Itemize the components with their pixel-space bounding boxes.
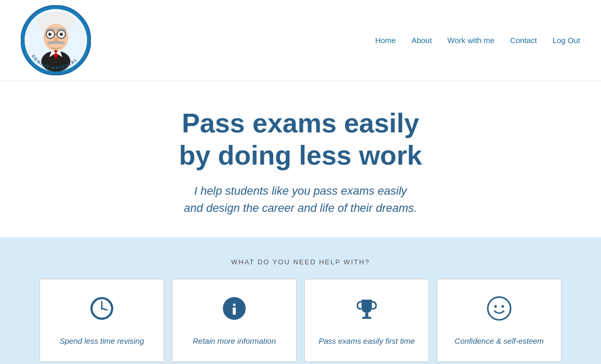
svg-point-13 <box>60 33 63 36</box>
svg-rect-28 <box>233 307 236 315</box>
info-icon <box>221 295 247 327</box>
card-spend-less[interactable]: Spend less time revising <box>39 279 164 362</box>
card-pass-exams[interactable]: Pass exams easily first time <box>304 279 429 362</box>
cards-section: WHAT DO YOU NEED HELP WITH? Spend less t… <box>0 237 601 364</box>
cards-grid: Spend less time revising Retain more inf… <box>15 279 586 362</box>
svg-rect-29 <box>365 313 368 317</box>
nav-about[interactable]: About <box>411 36 432 45</box>
hero-headline-line2: by doing less work <box>179 140 422 170</box>
smile-icon <box>486 295 512 327</box>
svg-point-27 <box>233 303 236 306</box>
nav-home[interactable]: Home <box>375 36 396 45</box>
svg-point-32 <box>495 305 497 307</box>
trophy-icon <box>354 295 380 327</box>
svg-point-25 <box>101 307 103 309</box>
svg-point-5 <box>64 16 74 31</box>
nav-logout[interactable]: Log Out <box>553 36 580 45</box>
hero-headline-line1: Pass exams easily <box>182 108 419 138</box>
card-retain-info[interactable]: Retain more information <box>172 279 297 362</box>
clock-icon <box>89 295 115 327</box>
logo[interactable]: GENIUS MATERIAL <box>21 5 91 75</box>
svg-rect-30 <box>362 317 371 319</box>
svg-point-12 <box>48 33 51 36</box>
svg-point-33 <box>502 305 504 307</box>
card-confidence-label: Confidence & self-esteem <box>455 336 544 345</box>
header: GENIUS MATERIAL Home About Work with me … <box>0 0 601 81</box>
main-nav: Home About Work with me Contact Log Out <box>375 36 580 45</box>
svg-point-4 <box>37 16 48 31</box>
card-confidence[interactable]: Confidence & self-esteem <box>437 279 562 362</box>
card-pass-exams-label: Pass exams easily first time <box>318 336 415 345</box>
nav-work-with-me[interactable]: Work with me <box>447 36 495 45</box>
cards-subtitle: WHAT DO YOU NEED HELP WITH? <box>10 258 591 266</box>
svg-point-31 <box>488 297 511 320</box>
nav-contact[interactable]: Contact <box>510 36 537 45</box>
hero-headline: Pass exams easily by doing less work <box>10 107 591 172</box>
card-retain-info-label: Retain more information <box>193 336 276 345</box>
card-spend-less-label: Spend less time revising <box>60 336 144 345</box>
hero-section: Pass exams easily by doing less work I h… <box>0 81 601 237</box>
hero-subtext: I help students like you pass exams easi… <box>10 182 591 217</box>
